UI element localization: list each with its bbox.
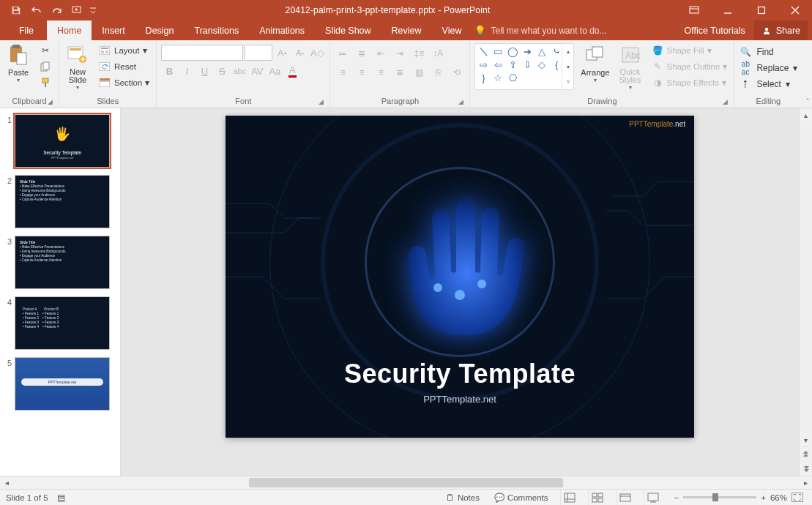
fit-to-window-button[interactable]: ⛶ — [791, 493, 803, 502]
change-case-button[interactable]: Aa — [267, 63, 283, 79]
next-slide-button[interactable]: ⯯ — [802, 462, 810, 476]
vertical-scrollbar[interactable]: ▴ ▾ ⯭⯯ — [799, 108, 812, 476]
increase-font-button[interactable]: A▴ — [274, 45, 290, 61]
tab-animations[interactable]: Animations — [249, 20, 315, 40]
thumbnail-slide-1[interactable]: 🖐 Security TemplatePPTTemplate.net — [15, 114, 110, 168]
zoom-slider[interactable] — [683, 496, 756, 498]
scroll-right-icon[interactable]: ▸ — [799, 479, 812, 487]
align-right-button[interactable]: ≡ — [373, 65, 389, 80]
decrease-font-button[interactable]: A▾ — [291, 45, 308, 61]
format-painter-button[interactable] — [37, 75, 54, 90]
shadow-button[interactable]: abc — [231, 63, 247, 79]
slideshow-view-button[interactable] — [644, 490, 663, 505]
share-button[interactable]: Share — [754, 20, 808, 40]
smartart-button[interactable]: ⟲ — [449, 65, 465, 80]
shape-rarrow-icon[interactable]: ⇨ — [477, 59, 490, 70]
slide-canvas[interactable]: PPTTemplate.net Security Template PPTTem… — [226, 116, 694, 438]
dialog-launcher-icon[interactable]: ◢ — [48, 98, 53, 105]
minimize-button[interactable] — [711, 0, 745, 20]
shape-uarrow-icon[interactable]: ⇧ — [506, 59, 519, 70]
line-spacing-button[interactable]: ‡≡ — [411, 46, 427, 61]
shape-darrow-icon[interactable]: ⇩ — [521, 59, 534, 70]
indent-decrease-button[interactable]: ⇤ — [373, 46, 389, 61]
sorter-view-button[interactable] — [588, 490, 607, 505]
tab-view[interactable]: View — [432, 20, 472, 40]
reset-button[interactable]: Reset — [96, 59, 152, 74]
slide-counter[interactable]: Slide 1 of 5 — [6, 493, 48, 502]
shape-fill-button[interactable]: 🪣Shape Fill▾ — [649, 43, 730, 58]
scroll-down-icon[interactable]: ▾ — [800, 433, 812, 446]
slide-editor[interactable]: PPTTemplate.net Security Template PPTTem… — [121, 108, 799, 476]
tab-transitions[interactable]: Transitions — [185, 20, 250, 40]
spacing-button[interactable]: AV — [249, 63, 265, 79]
zoom-in-button[interactable]: + — [761, 493, 766, 502]
shape-triangle-icon[interactable]: △ — [535, 45, 548, 57]
comments-button[interactable]: 💬Comments — [491, 490, 551, 505]
clear-formatting-button[interactable]: A◇ — [309, 45, 325, 61]
cut-button[interactable]: ✂ — [37, 43, 54, 58]
qat-customize-button[interactable] — [88, 0, 98, 20]
shape-outline-button[interactable]: ✎Shape Outline▾ — [649, 59, 730, 74]
dialog-launcher-icon[interactable]: ◢ — [458, 98, 463, 105]
scrollbar-thumb[interactable] — [249, 478, 563, 487]
align-text-button[interactable]: ⎘ — [430, 65, 446, 80]
gallery-more-icon[interactable]: ▿ — [562, 74, 573, 89]
thumbnail-slide-4[interactable]: Product A Product B • Feature 1 • Featur… — [15, 296, 110, 350]
redo-button[interactable] — [47, 0, 67, 20]
tab-home[interactable]: Home — [47, 20, 92, 40]
align-center-button[interactable]: ≡ — [354, 65, 370, 80]
font-size-combo[interactable] — [245, 45, 272, 61]
justify-button[interactable]: ≣ — [392, 65, 408, 80]
tab-design[interactable]: Design — [135, 20, 185, 40]
shape-callout-icon[interactable]: ⎔ — [506, 72, 519, 83]
shape-star-icon[interactable]: ☆ — [491, 72, 504, 83]
shapes-gallery[interactable]: ＼ ▭ ◯ ➔ △ ⤷ ⇨ ⇦ ⇧ ⇩ ◇ { } ☆ ⎔ ▴▾▿ — [474, 43, 574, 90]
quick-styles-button[interactable]: Abc Quick Styles▾ — [617, 43, 644, 91]
slide-thumbnails-pane[interactable]: 1 🖐 Security TemplatePPTTemplate.net 2 S… — [0, 108, 121, 476]
shape-oval-icon[interactable]: ◯ — [506, 45, 519, 57]
reading-view-button[interactable] — [616, 490, 635, 505]
layout-button[interactable]: Layout▾ — [96, 43, 152, 58]
tab-insert[interactable]: Insert — [92, 20, 135, 40]
copy-button[interactable] — [37, 59, 54, 74]
arrange-button[interactable]: Arrange▾ — [578, 43, 611, 91]
underline-button[interactable]: U — [196, 63, 212, 79]
font-name-combo[interactable] — [161, 45, 243, 61]
maximize-button[interactable] — [745, 0, 778, 20]
gallery-down-icon[interactable]: ▾ — [562, 59, 573, 75]
align-left-button[interactable]: ≡ — [335, 65, 351, 80]
save-button[interactable] — [6, 0, 26, 20]
spellcheck-button[interactable]: ▤ — [57, 493, 65, 503]
undo-button[interactable] — [26, 0, 47, 20]
tell-me-input[interactable] — [491, 26, 622, 36]
ribbon-display-options-button[interactable] — [677, 0, 711, 20]
find-button[interactable]: 🔍Find — [739, 45, 797, 59]
shape-rect-icon[interactable]: ▭ — [491, 45, 504, 57]
shape-rbrace-icon[interactable]: } — [477, 72, 490, 83]
zoom-percent[interactable]: 66% — [770, 493, 787, 502]
tell-me-search[interactable]: 💡 — [474, 20, 622, 40]
slide-title[interactable]: Security Template — [226, 359, 694, 389]
bold-button[interactable]: B — [161, 63, 177, 79]
indent-increase-button[interactable]: ⇥ — [392, 46, 408, 61]
scroll-left-icon[interactable]: ◂ — [0, 479, 13, 487]
select-button[interactable]: ⭡Select▾ — [739, 77, 797, 91]
font-color-button[interactable]: A — [284, 63, 300, 79]
start-from-beginning-button[interactable] — [67, 0, 88, 20]
numbering-button[interactable]: ≣ — [354, 46, 370, 61]
slide-subtitle[interactable]: PPTTemplate.net — [226, 394, 694, 405]
section-button[interactable]: Section▾ — [96, 75, 152, 90]
horizontal-scrollbar[interactable]: ◂ ▸ — [0, 476, 812, 489]
notes-button[interactable]: 🗒Notes — [443, 490, 483, 505]
shape-larrow-icon[interactable]: ⇦ — [491, 59, 504, 70]
thumbnail-slide-3[interactable]: Slide Title• Make Effective Presentation… — [15, 236, 110, 289]
dialog-launcher-icon[interactable]: ◢ — [319, 98, 324, 105]
close-button[interactable] — [778, 0, 812, 20]
italic-button[interactable]: I — [179, 63, 195, 79]
text-direction-button[interactable]: ↕A — [430, 46, 446, 61]
office-tutorials-link[interactable]: Office Tutorials — [685, 26, 745, 36]
strike-button[interactable]: S — [214, 63, 230, 79]
prev-slide-button[interactable]: ⯭ — [802, 447, 810, 462]
thumbnail-slide-5[interactable]: PPTTemplate.net — [15, 357, 110, 411]
dialog-launcher-icon[interactable]: ◢ — [723, 98, 728, 105]
